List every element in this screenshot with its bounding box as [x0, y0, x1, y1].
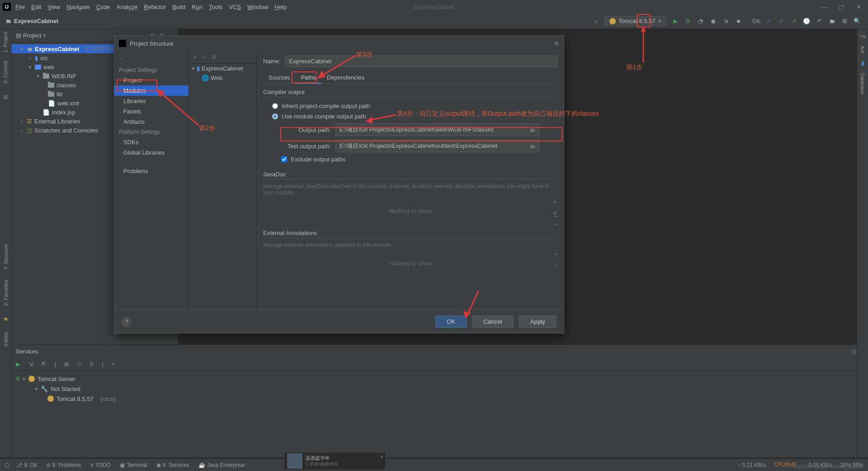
test-output-path-label: Test output path: [281, 143, 331, 150]
tab-paths[interactable]: Paths [296, 72, 321, 84]
menu-refactor[interactable]: Refactor [144, 4, 166, 10]
music-close-icon[interactable]: × [380, 453, 383, 460]
bottom-terminal[interactable]: ▣ Terminal [120, 462, 147, 468]
ok-button[interactable]: OK [435, 316, 467, 328]
nav-fwd-icon[interactable]: → [129, 55, 135, 61]
dialog-close-icon[interactable]: ✕ [553, 39, 559, 48]
javadoc-add-icon[interactable]: + [552, 198, 557, 205]
git-history-icon[interactable]: 🕓 [801, 16, 812, 27]
menu-build[interactable]: Build [172, 4, 185, 10]
menu-run[interactable]: Run [192, 4, 203, 10]
module-item[interactable]: ▾▮ExpressCabinet [189, 64, 256, 73]
nav-back-icon[interactable]: ← [119, 55, 125, 61]
tool-database[interactable]: Database [860, 73, 865, 94]
cancel-button[interactable]: Cancel [472, 316, 514, 328]
javadoc-remove-icon[interactable]: − [552, 221, 557, 228]
bottom-git[interactable]: ⎇ 9: Git [16, 462, 37, 468]
exclude-checkbox[interactable]: Exclude output paths [263, 154, 557, 165]
services-tree-icon[interactable]: ⊞ [64, 361, 69, 367]
tool-commit[interactable]: 0: Commit [3, 61, 8, 83]
bottom-services[interactable]: ◉ 8: Services [156, 462, 189, 468]
breadcrumb-root[interactable]: ExpressCabinet [14, 18, 58, 24]
services-filter-icon[interactable]: ▽ [77, 361, 82, 367]
ide-settings-icon[interactable]: ⊞ [839, 16, 850, 27]
module-web-item[interactable]: 🌐Web [189, 73, 256, 83]
ext-add-icon[interactable]: + [554, 251, 557, 258]
help-icon[interactable]: ? [122, 317, 132, 327]
menu-view[interactable]: View [47, 4, 60, 10]
services-collapse-icon[interactable]: ⇱ [42, 361, 47, 367]
add-module-icon[interactable]: + [193, 54, 197, 61]
bottom-todo[interactable]: ≡ TODO [90, 462, 111, 468]
window-maximize[interactable]: ▢ [835, 4, 848, 10]
sidebar-sdks[interactable]: SDKs [114, 137, 189, 147]
browse-icon[interactable]: 🖿 [529, 127, 535, 133]
git-rollback-icon[interactable]: ↶ [814, 16, 825, 27]
menu-window[interactable]: Window [247, 4, 268, 10]
copy-module-icon[interactable]: ⎘ [213, 54, 217, 61]
tool-favorites[interactable]: 2: Favorites [3, 280, 9, 306]
bottom-javaee[interactable]: ☕ Java Enterprise [198, 462, 245, 468]
sidebar-facets[interactable]: Facets [114, 106, 189, 117]
dialog-title: Project Structure [130, 40, 174, 47]
output-path-label: Output path: [281, 127, 331, 133]
javadoc-specify-icon[interactable]: +̲ [552, 210, 557, 217]
window-minimize[interactable]: — [817, 4, 831, 10]
run-icon[interactable]: ▶ [670, 16, 681, 27]
menu-tools[interactable]: Tools [209, 4, 222, 10]
search-icon[interactable]: 🔍 [852, 16, 863, 27]
sidebar-modules[interactable]: Modules [114, 85, 189, 96]
project-structure-icon[interactable]: 🖿 [826, 16, 837, 27]
sidebar-problems[interactable]: Problems [114, 166, 189, 176]
sidebar-project[interactable]: Project [114, 75, 189, 85]
menu-vcs[interactable]: VCS [229, 4, 241, 10]
bottom-problems[interactable]: ⊘ 6: Problems [46, 462, 81, 468]
dialog-sidebar: ←→ Project Settings Project Modules Libr… [114, 51, 189, 310]
remove-module-icon[interactable]: − [203, 54, 207, 61]
browse-icon[interactable]: 🖿 [529, 143, 535, 150]
tool-web[interactable]: 0:Web [3, 332, 9, 347]
menu-navigate[interactable]: Navigate [66, 4, 90, 10]
git-update-icon[interactable]: ✓ [763, 16, 774, 27]
compiler-output-heading: Compiler output [263, 89, 557, 97]
project-structure-dialog: Project Structure ✕ ←→ Project Settings … [114, 35, 564, 334]
attach-icon[interactable]: ⇲ [721, 16, 731, 27]
module-name-input[interactable] [285, 56, 557, 67]
sidebar-libraries[interactable]: Libraries [114, 96, 189, 106]
services-add-icon[interactable]: + [112, 361, 115, 367]
services-target-icon[interactable]: ◎ [852, 348, 857, 355]
debug-icon[interactable]: ⧉ [683, 16, 693, 27]
radio-module[interactable]: Use module compile output path [263, 111, 557, 122]
stop-icon[interactable]: ■ [733, 16, 744, 27]
test-output-path-input[interactable]: E:\项目\Git Projects\ExpressCabinet\out\te… [335, 140, 539, 152]
menu-analyze[interactable]: Analyze [117, 4, 137, 10]
project-view-selector[interactable]: ▤ Project ▾ [16, 32, 46, 39]
window-close[interactable]: ✕ [852, 4, 865, 10]
menu-code[interactable]: Code [96, 4, 110, 10]
git-push-icon[interactable]: ↗ [788, 16, 799, 27]
sidebar-global-libs[interactable]: Global Libraries [114, 147, 189, 158]
run-config-selector[interactable]: Tomcat 8.5.57 ▾ [604, 16, 666, 26]
tool-ant[interactable]: Ant [860, 46, 865, 53]
tool-project[interactable]: 1: Project [3, 32, 8, 52]
services-expand-icon[interactable]: ⇲ [28, 361, 33, 367]
menu-bar: IJ File Edit View Navigate Code Analyze … [0, 0, 868, 14]
services-run-icon[interactable]: ▶ [16, 361, 20, 367]
tab-dependencies[interactable]: Dependencies [321, 72, 370, 84]
coverage-icon[interactable]: ◔ [695, 16, 706, 27]
apply-button[interactable]: Apply [519, 316, 557, 328]
menu-help[interactable]: Help [274, 4, 287, 10]
sidebar-artifacts[interactable]: Artifacts [114, 117, 189, 127]
menu-file[interactable]: File [15, 4, 25, 10]
tab-sources[interactable]: Sources [263, 72, 296, 84]
breadcrumb: 🖿 ExpressCabinet [5, 18, 58, 24]
menu-edit[interactable]: Edit [31, 4, 41, 10]
tool-structure[interactable]: 7: Structure [3, 244, 9, 270]
services-group-icon[interactable]: ⎘ [90, 361, 94, 367]
profile-icon[interactable]: ◉ [708, 16, 719, 27]
build-icon[interactable]: ↘ [590, 16, 601, 27]
output-path-input[interactable]: E:\项目\Git Projects\ExpressCabinet\web\WE… [335, 123, 539, 136]
radio-inherit[interactable]: Inherit project compile output path [263, 101, 557, 111]
git-commit-icon[interactable]: ✓ [776, 16, 787, 27]
ext-remove-icon[interactable]: − [554, 262, 557, 269]
